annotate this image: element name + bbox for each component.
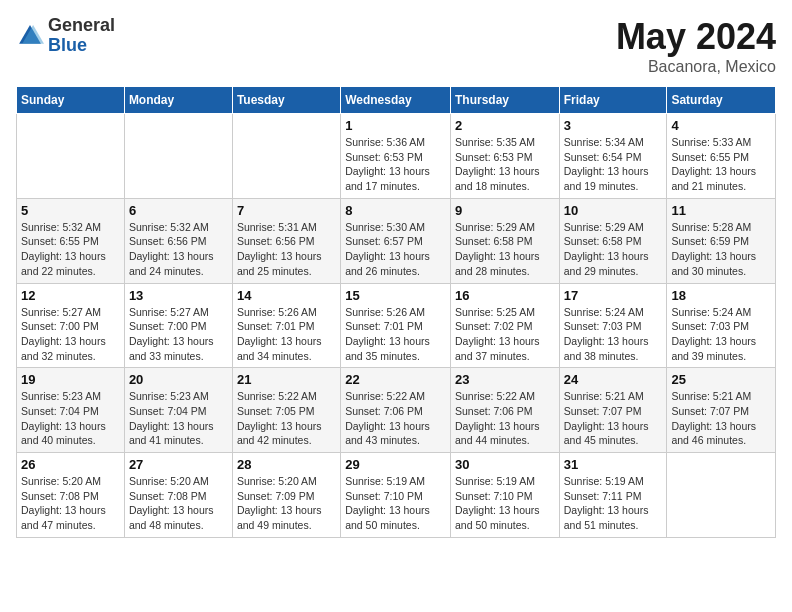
day-number: 26 — [21, 457, 120, 472]
day-number: 25 — [671, 372, 771, 387]
day-info: Sunrise: 5:29 AMSunset: 6:58 PMDaylight:… — [564, 220, 663, 279]
day-info: Sunrise: 5:35 AMSunset: 6:53 PMDaylight:… — [455, 135, 555, 194]
weekday-header-monday: Monday — [124, 87, 232, 114]
calendar-cell: 27Sunrise: 5:20 AMSunset: 7:08 PMDayligh… — [124, 453, 232, 538]
calendar-cell: 1Sunrise: 5:36 AMSunset: 6:53 PMDaylight… — [341, 114, 451, 199]
day-info: Sunrise: 5:26 AMSunset: 7:01 PMDaylight:… — [237, 305, 336, 364]
calendar-cell: 31Sunrise: 5:19 AMSunset: 7:11 PMDayligh… — [559, 453, 667, 538]
day-number: 2 — [455, 118, 555, 133]
day-number: 21 — [237, 372, 336, 387]
day-number: 20 — [129, 372, 228, 387]
calendar-cell: 19Sunrise: 5:23 AMSunset: 7:04 PMDayligh… — [17, 368, 125, 453]
day-info: Sunrise: 5:23 AMSunset: 7:04 PMDaylight:… — [21, 389, 120, 448]
day-info: Sunrise: 5:22 AMSunset: 7:06 PMDaylight:… — [345, 389, 446, 448]
weekday-header-friday: Friday — [559, 87, 667, 114]
calendar-cell: 15Sunrise: 5:26 AMSunset: 7:01 PMDayligh… — [341, 283, 451, 368]
calendar-cell: 8Sunrise: 5:30 AMSunset: 6:57 PMDaylight… — [341, 198, 451, 283]
weekday-header-row: SundayMondayTuesdayWednesdayThursdayFrid… — [17, 87, 776, 114]
weekday-header-sunday: Sunday — [17, 87, 125, 114]
calendar-cell: 7Sunrise: 5:31 AMSunset: 6:56 PMDaylight… — [232, 198, 340, 283]
calendar-week-3: 12Sunrise: 5:27 AMSunset: 7:00 PMDayligh… — [17, 283, 776, 368]
calendar-cell: 18Sunrise: 5:24 AMSunset: 7:03 PMDayligh… — [667, 283, 776, 368]
calendar-cell: 22Sunrise: 5:22 AMSunset: 7:06 PMDayligh… — [341, 368, 451, 453]
calendar-cell — [17, 114, 125, 199]
calendar-cell: 9Sunrise: 5:29 AMSunset: 6:58 PMDaylight… — [450, 198, 559, 283]
day-number: 3 — [564, 118, 663, 133]
calendar-cell: 28Sunrise: 5:20 AMSunset: 7:09 PMDayligh… — [232, 453, 340, 538]
day-info: Sunrise: 5:32 AMSunset: 6:56 PMDaylight:… — [129, 220, 228, 279]
calendar-cell: 21Sunrise: 5:22 AMSunset: 7:05 PMDayligh… — [232, 368, 340, 453]
day-info: Sunrise: 5:20 AMSunset: 7:08 PMDaylight:… — [129, 474, 228, 533]
calendar-cell: 12Sunrise: 5:27 AMSunset: 7:00 PMDayligh… — [17, 283, 125, 368]
day-info: Sunrise: 5:19 AMSunset: 7:10 PMDaylight:… — [455, 474, 555, 533]
day-number: 12 — [21, 288, 120, 303]
day-info: Sunrise: 5:22 AMSunset: 7:06 PMDaylight:… — [455, 389, 555, 448]
page-header: General Blue May 2024 Bacanora, Mexico — [16, 16, 776, 76]
calendar-cell: 6Sunrise: 5:32 AMSunset: 6:56 PMDaylight… — [124, 198, 232, 283]
calendar-cell: 14Sunrise: 5:26 AMSunset: 7:01 PMDayligh… — [232, 283, 340, 368]
day-info: Sunrise: 5:20 AMSunset: 7:08 PMDaylight:… — [21, 474, 120, 533]
day-info: Sunrise: 5:24 AMSunset: 7:03 PMDaylight:… — [671, 305, 771, 364]
logo-blue-text: Blue — [48, 35, 87, 55]
day-info: Sunrise: 5:30 AMSunset: 6:57 PMDaylight:… — [345, 220, 446, 279]
weekday-header-saturday: Saturday — [667, 87, 776, 114]
day-info: Sunrise: 5:33 AMSunset: 6:55 PMDaylight:… — [671, 135, 771, 194]
day-number: 28 — [237, 457, 336, 472]
day-info: Sunrise: 5:27 AMSunset: 7:00 PMDaylight:… — [21, 305, 120, 364]
calendar-cell — [124, 114, 232, 199]
calendar-cell: 25Sunrise: 5:21 AMSunset: 7:07 PMDayligh… — [667, 368, 776, 453]
day-number: 19 — [21, 372, 120, 387]
day-info: Sunrise: 5:19 AMSunset: 7:10 PMDaylight:… — [345, 474, 446, 533]
day-info: Sunrise: 5:24 AMSunset: 7:03 PMDaylight:… — [564, 305, 663, 364]
day-info: Sunrise: 5:27 AMSunset: 7:00 PMDaylight:… — [129, 305, 228, 364]
calendar-title: May 2024 — [616, 16, 776, 58]
calendar-cell: 29Sunrise: 5:19 AMSunset: 7:10 PMDayligh… — [341, 453, 451, 538]
day-number: 17 — [564, 288, 663, 303]
title-block: May 2024 Bacanora, Mexico — [616, 16, 776, 76]
day-info: Sunrise: 5:21 AMSunset: 7:07 PMDaylight:… — [564, 389, 663, 448]
day-info: Sunrise: 5:29 AMSunset: 6:58 PMDaylight:… — [455, 220, 555, 279]
calendar-cell: 3Sunrise: 5:34 AMSunset: 6:54 PMDaylight… — [559, 114, 667, 199]
calendar-cell: 13Sunrise: 5:27 AMSunset: 7:00 PMDayligh… — [124, 283, 232, 368]
calendar-location: Bacanora, Mexico — [616, 58, 776, 76]
day-number: 16 — [455, 288, 555, 303]
weekday-header-tuesday: Tuesday — [232, 87, 340, 114]
calendar-cell: 5Sunrise: 5:32 AMSunset: 6:55 PMDaylight… — [17, 198, 125, 283]
day-number: 10 — [564, 203, 663, 218]
day-number: 18 — [671, 288, 771, 303]
calendar-cell: 2Sunrise: 5:35 AMSunset: 6:53 PMDaylight… — [450, 114, 559, 199]
day-number: 29 — [345, 457, 446, 472]
day-number: 15 — [345, 288, 446, 303]
calendar-cell: 20Sunrise: 5:23 AMSunset: 7:04 PMDayligh… — [124, 368, 232, 453]
day-number: 11 — [671, 203, 771, 218]
day-number: 31 — [564, 457, 663, 472]
day-number: 6 — [129, 203, 228, 218]
day-info: Sunrise: 5:31 AMSunset: 6:56 PMDaylight:… — [237, 220, 336, 279]
calendar-cell: 16Sunrise: 5:25 AMSunset: 7:02 PMDayligh… — [450, 283, 559, 368]
day-info: Sunrise: 5:25 AMSunset: 7:02 PMDaylight:… — [455, 305, 555, 364]
day-number: 30 — [455, 457, 555, 472]
calendar-cell: 23Sunrise: 5:22 AMSunset: 7:06 PMDayligh… — [450, 368, 559, 453]
logo-icon — [16, 22, 44, 50]
day-info: Sunrise: 5:32 AMSunset: 6:55 PMDaylight:… — [21, 220, 120, 279]
calendar-cell: 24Sunrise: 5:21 AMSunset: 7:07 PMDayligh… — [559, 368, 667, 453]
day-number: 14 — [237, 288, 336, 303]
day-info: Sunrise: 5:19 AMSunset: 7:11 PMDaylight:… — [564, 474, 663, 533]
logo: General Blue — [16, 16, 115, 56]
day-number: 8 — [345, 203, 446, 218]
day-info: Sunrise: 5:34 AMSunset: 6:54 PMDaylight:… — [564, 135, 663, 194]
day-number: 4 — [671, 118, 771, 133]
weekday-header-wednesday: Wednesday — [341, 87, 451, 114]
day-number: 23 — [455, 372, 555, 387]
day-number: 9 — [455, 203, 555, 218]
day-number: 7 — [237, 203, 336, 218]
day-number: 27 — [129, 457, 228, 472]
day-info: Sunrise: 5:28 AMSunset: 6:59 PMDaylight:… — [671, 220, 771, 279]
calendar-cell: 26Sunrise: 5:20 AMSunset: 7:08 PMDayligh… — [17, 453, 125, 538]
calendar-cell — [667, 453, 776, 538]
day-info: Sunrise: 5:21 AMSunset: 7:07 PMDaylight:… — [671, 389, 771, 448]
calendar-cell: 4Sunrise: 5:33 AMSunset: 6:55 PMDaylight… — [667, 114, 776, 199]
calendar-week-1: 1Sunrise: 5:36 AMSunset: 6:53 PMDaylight… — [17, 114, 776, 199]
calendar-cell: 10Sunrise: 5:29 AMSunset: 6:58 PMDayligh… — [559, 198, 667, 283]
day-info: Sunrise: 5:36 AMSunset: 6:53 PMDaylight:… — [345, 135, 446, 194]
